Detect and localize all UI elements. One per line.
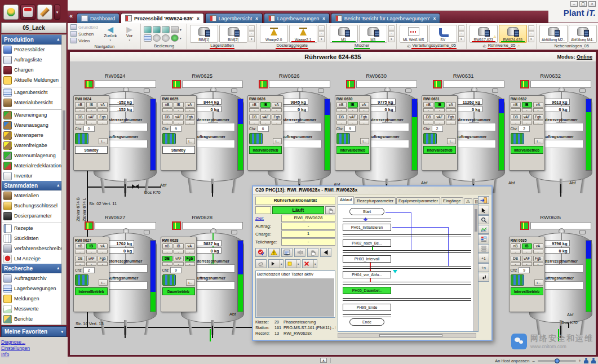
sidebar-item-materialien[interactable]: Materialien xyxy=(2,190,61,201)
panel-sub-button[interactable]: - xyxy=(98,250,108,254)
step-icon[interactable]: ▸ xyxy=(268,259,284,268)
panel-sub-button[interactable]: - xyxy=(522,108,532,112)
panel-button-fgb[interactable]: Fgb xyxy=(98,114,108,120)
panel-sub-button[interactable]: - xyxy=(522,262,532,266)
panel-sub-button[interactable]: - xyxy=(260,121,271,125)
panel-sub-button[interactable]: - xyxy=(185,108,195,112)
panel-sub-button[interactable]: - xyxy=(522,250,532,254)
panel-button-vaf[interactable]: vAF xyxy=(86,256,96,261)
panel-button-vaf[interactable]: vAF xyxy=(435,114,445,120)
users-icon[interactable] xyxy=(591,358,596,363)
chevron-down-icon[interactable]: ▾ xyxy=(458,37,464,42)
panel-sub-button[interactable]: - xyxy=(174,262,184,266)
group-label[interactable]: ◴Rührwerke_05⚠ xyxy=(469,43,534,49)
ribbon-item-rw624-635[interactable]: RW624-635 xyxy=(499,25,527,43)
info-button[interactable]: I... xyxy=(534,279,543,286)
panel-sub-button[interactable]: - xyxy=(98,262,108,266)
sidebar-item-inventur[interactable]: Inventur xyxy=(2,171,61,181)
panel-button-va[interactable]: vA xyxy=(446,102,456,108)
panel-button-db[interactable]: DB xyxy=(511,114,521,120)
panel-sub-button[interactable]: - xyxy=(423,108,433,112)
tab-bericht-bericht-f-r-lagerbewegungen[interactable]: Bericht 'Bericht für Lagerbewegungen'x xyxy=(331,13,440,23)
panel-button-fgb[interactable]: Fgb xyxy=(533,256,543,261)
sidebar-item-chargen[interactable]: Chargen xyxy=(2,65,61,75)
panel-button-nb[interactable]: nB xyxy=(511,102,521,108)
scroll-dot-icon[interactable]: · xyxy=(528,25,534,31)
panel-button-ib[interactable]: IB xyxy=(435,102,445,108)
panel-button-nb[interactable]: nB xyxy=(249,102,259,108)
panel-sub-button[interactable]: - xyxy=(348,121,358,125)
agitator-icon[interactable] xyxy=(75,133,88,144)
link-diagnose[interactable]: Diagnose... xyxy=(1,339,68,345)
video-button[interactable]: Video xyxy=(70,38,98,43)
panel-sub-button[interactable]: - xyxy=(446,108,456,112)
group-label[interactable]: Mischer xyxy=(330,43,395,49)
info-button[interactable]: I... xyxy=(99,279,108,286)
panel-button-va[interactable]: vA xyxy=(98,102,108,108)
scroll-dot-icon[interactable]: · xyxy=(249,31,255,37)
ribbon-item-bim-1[interactable]: BIM[1] xyxy=(190,25,218,43)
panel-button-fgb[interactable]: Fgb xyxy=(98,256,108,261)
ribbon-item-abf-llung-m2[interactable]: Abfüllung M2.. xyxy=(539,25,568,43)
dialog-title[interactable]: C20 PHC(13): RWI_RW0628x - RWI_RW0628x xyxy=(253,187,491,194)
panel-button-db[interactable]: DB xyxy=(162,114,172,120)
steps-icon[interactable] xyxy=(478,244,489,253)
panel-button-nb[interactable]: nB xyxy=(336,102,347,108)
panel-button-vaf[interactable]: vAF xyxy=(348,114,358,120)
panel-sub-button[interactable]: - xyxy=(162,121,172,125)
panel-button-vaf[interactable]: vAF xyxy=(86,114,96,120)
info-button[interactable]: I... xyxy=(273,138,282,144)
sequence-icon[interactable] xyxy=(478,234,489,243)
panel-button-db[interactable]: DB xyxy=(75,114,85,120)
dropdown-arrow-icon[interactable]: ▸ xyxy=(313,260,316,268)
paint-bucket-button[interactable] xyxy=(20,5,36,20)
chevron-down-icon[interactable]: ▾ xyxy=(180,28,185,32)
sidebar-item-rezepte[interactable]: Rezepte xyxy=(2,223,61,233)
plus-n[interactable]: +n xyxy=(478,263,489,272)
flow-vertical-scrollbar[interactable] xyxy=(473,205,478,331)
ribbon-item-bim-2[interactable]: BIM[2] xyxy=(219,25,247,43)
agitator-icon[interactable] xyxy=(423,133,437,144)
scroll-dot-icon[interactable]: · xyxy=(318,25,325,31)
panel-button-db[interactable]: DB xyxy=(336,114,347,120)
sidebar-item-dosierparameter[interactable]: Dosierparameter xyxy=(2,211,61,221)
close-icon[interactable]: x xyxy=(197,16,199,21)
panel-sub-button[interactable]: - xyxy=(174,108,184,112)
flow-step-ende[interactable]: Ende xyxy=(349,318,384,326)
sidebar-item-aktuelle-meldungen[interactable]: Aktuelle Meldungen xyxy=(2,75,61,85)
flow-step-start[interactable]: Start xyxy=(349,208,384,215)
panel-button-va[interactable]: vA xyxy=(185,102,195,108)
tag-icon-4[interactable] xyxy=(171,26,179,33)
ribbon-item-ml-wei-ms[interactable]: ML Weiß MS xyxy=(400,25,428,43)
panel-sub-button[interactable]: - xyxy=(533,250,543,254)
panel-sub-button[interactable]: - xyxy=(98,121,108,125)
zoom-out-button[interactable]: – xyxy=(532,358,534,363)
panel-sub-button[interactable]: - xyxy=(359,108,369,112)
flow-step-ph02-nach-be[interactable]: PH02_nach_Be... xyxy=(343,239,391,247)
panel-sub-button[interactable]: - xyxy=(533,121,543,125)
panel-sub-button[interactable]: - xyxy=(348,108,358,112)
link-info[interactable]: Info xyxy=(1,352,68,357)
dropdown-arrow-icon[interactable]: ▸ xyxy=(280,260,282,268)
grid-icon[interactable] xyxy=(144,34,152,42)
panel-sub-button[interactable]: - xyxy=(435,108,445,112)
panel-sub-button[interactable]: - xyxy=(75,262,85,266)
panel-button-db[interactable]: DB xyxy=(75,256,85,261)
sidebar-item-auftragsliste[interactable]: Auftragsliste xyxy=(2,55,61,65)
zoom-slider-knob[interactable] xyxy=(555,358,560,363)
panel-button-va[interactable]: vA xyxy=(98,243,108,249)
user-icon[interactable] xyxy=(584,358,588,363)
chevron-down-icon[interactable]: ▾ xyxy=(180,36,185,40)
suchen-button[interactable]: Suchen xyxy=(70,31,98,37)
chevron-down-icon[interactable]: ▾ xyxy=(318,37,325,42)
close-icon[interactable]: x xyxy=(255,16,258,21)
maximize-button[interactable]: ▢ xyxy=(579,1,587,7)
dialog-tab-eing-nge[interactable]: Eingänge xyxy=(441,197,463,204)
agitator-icon[interactable] xyxy=(511,274,524,286)
plant-selector[interactable]: 05_Lack xyxy=(1,23,67,33)
screen-icon[interactable] xyxy=(281,248,293,257)
panel-button-va[interactable]: vA xyxy=(533,243,543,249)
panel-sub-button[interactable]: - xyxy=(86,108,96,112)
agitator-icon[interactable] xyxy=(249,133,263,144)
agitator-icon[interactable] xyxy=(75,274,88,286)
